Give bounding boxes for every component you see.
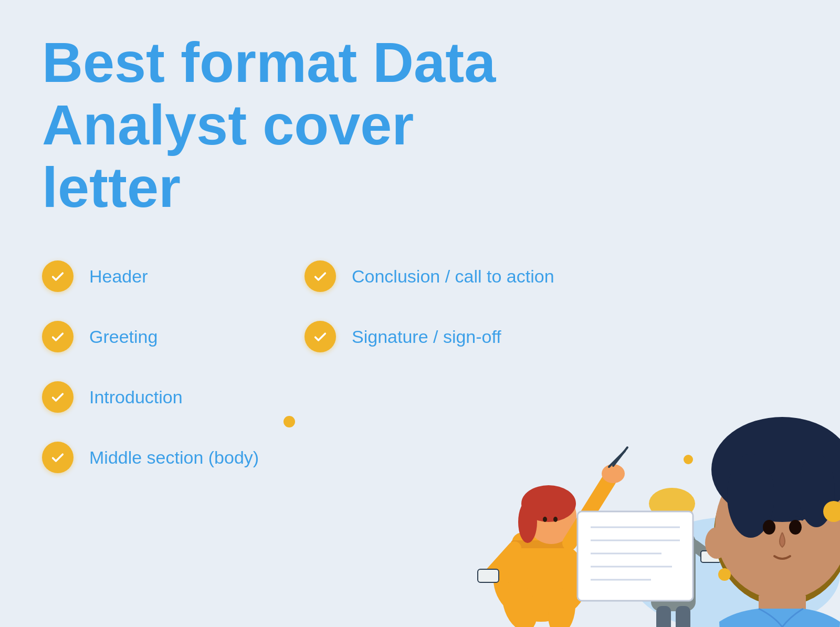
checkmark-icon: [50, 269, 65, 284]
checkmark-icon: [50, 329, 65, 344]
middle-section-label: Middle section (body): [89, 447, 259, 468]
check-badge-header: [42, 260, 74, 292]
svg-point-7: [543, 517, 547, 522]
signature-label: Signature / sign-off: [352, 327, 501, 347]
introduction-label: Introduction: [89, 387, 183, 407]
svg-rect-14: [478, 569, 499, 582]
checklist-item-header: Header: [42, 260, 304, 292]
checklist-item-middle: Middle section (body): [42, 442, 304, 473]
checkmark-icon: [50, 390, 65, 404]
svg-point-34: [789, 520, 802, 535]
svg-point-8: [553, 517, 558, 522]
checkmark-icon: [313, 269, 328, 284]
check-badge-middle: [42, 442, 74, 473]
svg-rect-37: [578, 511, 693, 601]
svg-rect-26: [656, 606, 671, 627]
svg-point-10: [602, 464, 625, 483]
checklist-item-greeting: Greeting: [42, 321, 304, 352]
check-badge-introduction: [42, 381, 74, 413]
title-line-1: Best format Data: [42, 30, 496, 94]
svg-rect-27: [676, 606, 690, 627]
page-container: Best format Data Analyst cover letter He…: [0, 0, 840, 627]
checklist-item-introduction: Introduction: [42, 381, 304, 413]
conclusion-label: Conclusion / call to action: [352, 266, 554, 287]
svg-point-33: [763, 520, 775, 535]
svg-line-12: [613, 447, 627, 466]
title-line-2: Analyst cover letter: [42, 93, 414, 219]
greeting-label: Greeting: [89, 327, 158, 347]
svg-point-43: [718, 568, 731, 581]
checkmark-icon: [50, 450, 65, 465]
checkmark-icon: [313, 329, 328, 344]
checklist-item-signature: Signature / sign-off: [304, 321, 567, 352]
page-title: Best format Data Analyst cover letter: [42, 32, 514, 218]
check-badge-conclusion: [304, 260, 336, 292]
svg-point-6: [518, 501, 537, 543]
check-badge-greeting: [42, 321, 74, 352]
check-badge-signature: [304, 321, 336, 352]
header-label: Header: [89, 266, 148, 287]
checklist-section: Header Conclusion / call to action Greet…: [42, 260, 567, 502]
checklist-item-conclusion: Conclusion / call to action: [304, 260, 567, 292]
svg-point-35: [705, 527, 728, 559]
